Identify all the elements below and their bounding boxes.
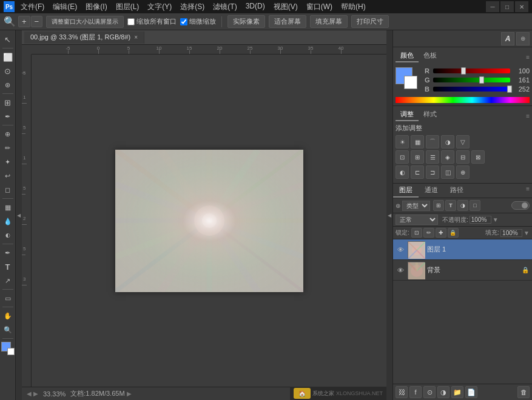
color-spectrum[interactable] <box>396 97 530 103</box>
gradientmap-btn[interactable]: ◫ <box>441 165 454 179</box>
blend-mode-select[interactable]: 正常 <box>396 215 438 225</box>
style-tab[interactable]: 样式 <box>419 108 442 121</box>
layers-panel-menu[interactable]: ≡ <box>524 184 532 198</box>
r-slider[interactable] <box>433 68 510 73</box>
layer-filter-select[interactable]: 类型 <box>402 201 430 211</box>
filter-pixel-btn[interactable]: ⊞ <box>433 200 444 211</box>
invert-btn[interactable]: ◐ <box>396 165 409 179</box>
colormatch-btn[interactable]: ⊠ <box>471 150 485 164</box>
healing-tool[interactable]: ⊕ <box>1 127 15 141</box>
status-prev-arrow[interactable]: ◀ <box>27 390 32 397</box>
menu-image[interactable]: 图像(I) <box>82 1 110 13</box>
pen-tool[interactable]: ✒ <box>1 246 15 259</box>
layer-item-1[interactable]: 👁 图层 1 <box>393 239 532 260</box>
eraser-tool[interactable]: ◻ <box>1 183 15 196</box>
menu-view[interactable]: 视图(V) <box>270 1 301 13</box>
lock-transparency-btn[interactable]: ⊡ <box>411 228 422 238</box>
filter-toggle[interactable] <box>511 201 530 210</box>
selectivecolor-btn[interactable]: ⊕ <box>456 165 470 179</box>
status-next-arrow[interactable]: ▶ <box>33 390 38 397</box>
fit-screen-btn[interactable]: 适合屏幕 <box>269 15 306 28</box>
layer-1-visibility[interactable]: 👁 <box>396 245 405 255</box>
color-panel-menu[interactable]: ≡ <box>526 54 530 61</box>
blur-tool[interactable]: 💧 <box>1 215 15 228</box>
zoom-in-btn[interactable]: + <box>18 16 30 27</box>
layer-item-bg[interactable]: 👁 背景 🔒 <box>393 260 532 281</box>
new-layer-btn[interactable]: 📄 <box>465 386 477 398</box>
colorbalance-btn[interactable]: ⊞ <box>411 150 424 164</box>
threshold-btn[interactable]: ⊐ <box>426 165 439 179</box>
filter-smart-btn[interactable]: □ <box>470 200 480 211</box>
menu-edit[interactable]: 编辑(E) <box>49 1 81 13</box>
image-canvas[interactable] <box>115 150 303 292</box>
b-thumb[interactable] <box>507 85 512 93</box>
minimize-button[interactable]: ─ <box>486 1 499 12</box>
menu-text[interactable]: 文字(Y) <box>144 1 175 13</box>
filter-adjust-btn[interactable]: ◑ <box>457 200 468 211</box>
fill-input[interactable] <box>500 229 522 237</box>
tab-close-btn[interactable]: × <box>134 34 138 41</box>
add-style-btn[interactable]: f <box>409 386 422 398</box>
b-slider[interactable] <box>433 87 510 92</box>
actual-pixels-btn[interactable]: 实际像素 <box>227 15 265 28</box>
menu-3d[interactable]: 3D(D) <box>242 1 269 13</box>
shrink-checkbox[interactable] <box>127 18 135 25</box>
menu-filter[interactable]: 滤镜(T) <box>209 1 240 13</box>
restore-button[interactable]: □ <box>500 1 514 12</box>
hand-tool[interactable]: ✋ <box>1 309 15 322</box>
channels-tab[interactable]: 通道 <box>419 184 444 198</box>
print-size-btn[interactable]: 打印尺寸 <box>351 15 389 28</box>
exposure-btn[interactable]: ◑ <box>441 135 454 148</box>
hsl-btn[interactable]: ⊡ <box>396 150 409 164</box>
photofilter-btn[interactable]: ◈ <box>441 150 454 164</box>
lock-image-btn[interactable]: ✏ <box>423 228 434 238</box>
g-slider[interactable] <box>433 78 510 82</box>
close-button[interactable]: ✕ <box>515 1 528 12</box>
new-fill-btn[interactable]: ◑ <box>437 386 450 398</box>
g-thumb[interactable] <box>479 76 484 84</box>
brush-tool[interactable]: ✏ <box>1 141 15 155</box>
levels-btn[interactable]: ▦ <box>411 135 424 148</box>
curves-btn[interactable]: ⌒ <box>426 135 439 148</box>
delete-layer-btn[interactable]: 🗑 <box>517 386 530 398</box>
collapse-left-panel[interactable]: ◀ <box>16 30 22 400</box>
new-group-btn[interactable]: 📁 <box>451 386 463 398</box>
menu-window[interactable]: 窗口(W) <box>303 1 336 13</box>
fg-bg-colors[interactable] <box>1 342 15 355</box>
path-select-tool[interactable]: ↗ <box>1 274 15 287</box>
panel-icon-btn[interactable]: ⊕ <box>516 32 530 45</box>
swatches-tab[interactable]: 色板 <box>419 50 442 62</box>
marquee-tool[interactable]: ⬜ <box>1 50 15 64</box>
opacity-input[interactable] <box>470 216 491 224</box>
dodge-tool[interactable]: ◐ <box>1 228 15 242</box>
text-tool[interactable]: T <box>1 260 15 273</box>
add-mask-btn[interactable]: ⊙ <box>423 386 436 398</box>
menu-layer[interactable]: 图层(L) <box>112 1 143 13</box>
vibrance-btn[interactable]: ▽ <box>456 135 470 148</box>
history-tool[interactable]: ↩ <box>1 169 15 182</box>
menu-select[interactable]: 选择(S) <box>177 1 208 13</box>
background-color-swatch[interactable] <box>404 76 417 89</box>
fill-screen-btn[interactable]: 填充屏幕 <box>310 15 348 28</box>
brightness-btn[interactable]: ☀ <box>396 135 409 148</box>
zoom-tool[interactable]: 🔍 <box>1 323 15 336</box>
clone-tool[interactable]: ✦ <box>1 155 15 168</box>
zoom-tool-icon[interactable]: 🔍 <box>4 16 16 27</box>
adjust-panel-menu[interactable]: ≡ <box>526 113 530 119</box>
menu-file[interactable]: 文件(F) <box>17 1 48 13</box>
opacity-arrow[interactable]: ▼ <box>493 216 499 223</box>
bw-btn[interactable]: ☰ <box>426 150 439 164</box>
layer-bg-visibility[interactable]: 👁 <box>396 265 405 275</box>
shape-tool[interactable]: ▭ <box>1 292 15 305</box>
eyedropper-tool[interactable]: ✒ <box>1 110 15 123</box>
status-dropdown-arrow[interactable]: ▶ <box>127 390 132 397</box>
background-color[interactable] <box>7 348 15 355</box>
r-thumb[interactable] <box>461 67 466 75</box>
canvas-tab-active[interactable]: 00.jpg @ 33.3% (图层 1, RGB/8#) × <box>24 32 144 44</box>
color-tab[interactable]: 颜色 <box>396 50 419 62</box>
layers-tab[interactable]: 图层 <box>393 184 419 198</box>
zoom-out-btn[interactable]: − <box>31 16 43 27</box>
filter-text-btn[interactable]: T <box>445 200 456 211</box>
lasso-tool[interactable]: ⊙ <box>1 64 15 78</box>
paths-tab[interactable]: 路径 <box>444 184 470 198</box>
